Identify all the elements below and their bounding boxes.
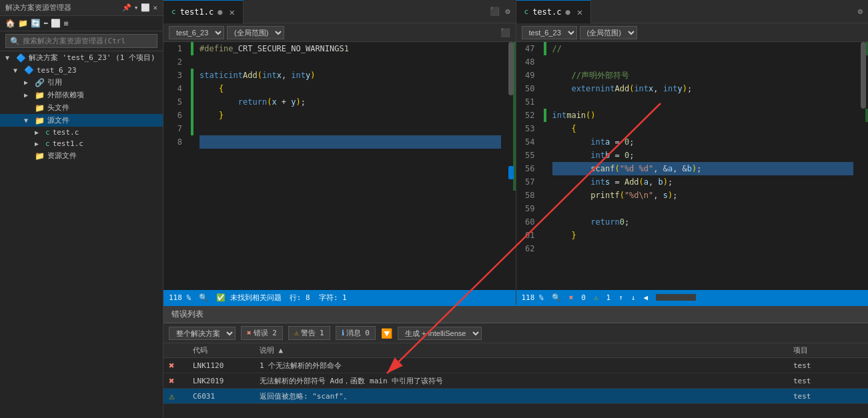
- folder-icon[interactable]: 📁: [18, 19, 28, 28]
- home-icon[interactable]: 🏠: [5, 19, 15, 28]
- sources-arrow: ▼: [24, 117, 32, 124]
- error-table-header: 代码 说明 ▲ 项目: [163, 343, 868, 358]
- editors-area: c test1.c ● ✕ ⬛ ⚙ test_6_23: [163, 0, 868, 418]
- error-badge-errors[interactable]: ✖ 错误 2: [241, 326, 283, 340]
- refresh-icon[interactable]: 🔄: [31, 19, 41, 28]
- project-root[interactable]: ▼ 🔷 test_6_23: [0, 64, 163, 76]
- next-icon[interactable]: ⬜: [51, 19, 61, 28]
- editor2-code-area: 47 48 49 50 51 52 53 54 55 56 57 58: [516, 42, 869, 290]
- editor1-line-col: 行: 8 字符: 1: [290, 293, 347, 303]
- error-row-0[interactable]: ✖ LNK1120 1 个无法解析的外部命令 test: [163, 358, 868, 373]
- error-row-0-icon: ✖: [163, 360, 187, 371]
- editor2-error-icon: ✖: [569, 293, 574, 302]
- editor1-split-btn[interactable]: ⬛: [500, 28, 510, 37]
- error-row-0-proj: test: [788, 361, 868, 370]
- error-panel-title: 错误列表: [163, 306, 868, 323]
- error-badge-info[interactable]: ℹ 消息 0: [336, 326, 376, 340]
- code-line: {: [199, 82, 501, 95]
- editor2-errors: 0: [581, 293, 586, 302]
- error-filter-select[interactable]: 整个解决方案: [169, 327, 236, 340]
- code-line: extern int Add(int x, int y);: [552, 82, 854, 95]
- editor2-left-icon[interactable]: ◀: [643, 293, 648, 302]
- tree-item-ref[interactable]: ▶ 🔗 引用: [0, 76, 163, 89]
- sidebar-close-icon[interactable]: ✕: [153, 3, 157, 12]
- resources-icon: 📁: [35, 151, 45, 161]
- tab-test1c[interactable]: c test1.c ● ✕: [163, 0, 244, 23]
- editor2-scrollbar[interactable]: [859, 42, 868, 290]
- editor2-settings-icon[interactable]: ⚙: [858, 7, 863, 16]
- search-icon: 🔍: [10, 37, 20, 46]
- back-icon[interactable]: ⬅: [43, 19, 48, 28]
- header-proj-label: 项目: [793, 346, 808, 355]
- sidebar-dock-icon[interactable]: ⬜: [141, 3, 150, 12]
- tab-testc-icon: c: [524, 7, 529, 16]
- project-label: test_6_23: [37, 66, 77, 75]
- tree-item-test1c[interactable]: ▶ c test1.c: [0, 138, 163, 149]
- header-proj-col[interactable]: 项目: [788, 345, 868, 355]
- editor2-status: 118 % 🔍 ✖ 0 ⚠ 1 ↑ ↓ ◀: [516, 290, 869, 305]
- headers-label: 头文件: [47, 103, 69, 113]
- search-label[interactable]: 搜索解决方案资源管理器(Ctrl: [23, 36, 125, 46]
- editor1-status-msg: ✅ 未找到相关问题: [216, 293, 282, 303]
- editor2-scope-select[interactable]: test_6_23: [522, 26, 577, 39]
- editor1-line-numbers: 1 2 3 4 5 6 7 8: [163, 42, 190, 290]
- tree-item-headers[interactable]: ▶ 📁 头文件: [0, 101, 163, 114]
- editor2-line-numbers: 47 48 49 50 51 52 53 54 55 56 57 58: [516, 42, 543, 290]
- code-line: [552, 95, 854, 109]
- tab-test1c-label: test1.c: [180, 7, 214, 17]
- code-line: int a = 0;: [552, 135, 854, 149]
- tree-item-resources[interactable]: ▶ 📁 资源文件: [0, 149, 163, 162]
- editors-row: c test1.c ● ✕ ⬛ ⚙ test_6_23: [163, 0, 868, 305]
- tab-test1c-close[interactable]: ✕: [229, 7, 234, 17]
- tree-item-external[interactable]: ▶ 📁 外部依赖项: [0, 89, 163, 101]
- error-badge-warnings[interactable]: ⚠ 警告 1: [288, 326, 330, 340]
- header-code-col[interactable]: 代码: [187, 345, 254, 355]
- editor2-down-icon[interactable]: ↓: [631, 293, 636, 302]
- editor1-scope2-select[interactable]: (全局范围): [227, 26, 284, 39]
- error-row-2[interactable]: ⚠ C6031 返回值被忽略: "scanf"。 test: [163, 389, 868, 404]
- tree-item-testc[interactable]: ▶ c test.c: [0, 127, 163, 138]
- solution-arrow: ▼: [5, 54, 13, 61]
- code-line: int main(): [552, 109, 854, 122]
- editor2-scope2-select[interactable]: (全局范围): [580, 26, 637, 39]
- filter-icon[interactable]: ≡: [63, 19, 68, 28]
- tab-testc-label: test.c: [532, 7, 561, 17]
- error-row-1[interactable]: ✖ LNK2019 无法解析的外部符号 Add，函数 main 中引用了该符号 …: [163, 373, 868, 389]
- error-badge-info-icon: ℹ: [342, 329, 344, 337]
- editor1-settings-icon[interactable]: ⚙: [505, 7, 510, 16]
- error-badge-warn-label: 警告 1: [301, 328, 324, 338]
- sidebar-pin-icon[interactable]: 📌: [122, 3, 131, 12]
- code-line: return (x + y);: [199, 95, 501, 109]
- testc-icon: c: [45, 128, 50, 137]
- gutter-2: [543, 42, 547, 290]
- sidebar-arrow-icon[interactable]: ▾: [134, 3, 139, 12]
- tab-testc[interactable]: c test.c ● ✕: [516, 0, 592, 23]
- build-filter-select[interactable]: 生成 + IntelliSense: [398, 327, 482, 340]
- editor1-code[interactable]: #define _CRT_SECURE_NO_WARNINGS 1 static…: [194, 42, 506, 290]
- editor1-scrollbar[interactable]: [506, 42, 516, 290]
- tab-test1c-icon: c: [171, 7, 176, 16]
- editor1-split-icon[interactable]: ⬛: [490, 7, 500, 16]
- editor1-zoom[interactable]: 118 %: [169, 293, 191, 302]
- solution-root[interactable]: ▼ 🔷 解决方案 'test_6_23' (1 个项目): [0, 51, 163, 64]
- test1c-icon: c: [45, 139, 50, 148]
- code-line: int s = Add(a, b);: [552, 175, 854, 189]
- tab-testc-close[interactable]: ✕: [577, 7, 582, 17]
- editor2-up-icon[interactable]: ↑: [618, 293, 623, 302]
- editor2-code[interactable]: // //声明外部符号 extern int Add(int x, int y)…: [547, 42, 859, 290]
- editor1-scope-select[interactable]: test_6_23: [169, 26, 224, 39]
- error-badge-err-icon: ✖: [247, 329, 252, 337]
- editor2-zoom[interactable]: 118 %: [522, 293, 544, 302]
- error-row-0-desc: 1 个无法解析的外部命令: [254, 361, 788, 371]
- code-line: //: [552, 42, 854, 55]
- error-filter-icon[interactable]: 🔽: [381, 328, 392, 339]
- editor-pane-1: c test1.c ● ✕ ⬛ ⚙ test_6_23: [163, 0, 516, 305]
- code-line: return 0;: [552, 215, 854, 229]
- editor2-search-icon: 🔍: [552, 293, 561, 302]
- header-desc-col[interactable]: 说明 ▲: [254, 345, 788, 355]
- sidebar-toolbar: 🏠 📁 🔄 ⬅ ⬜ ≡: [0, 16, 163, 31]
- tree-item-sources[interactable]: ▼ 📁 源文件: [0, 114, 163, 127]
- code-line: [552, 242, 854, 255]
- editor2-warning-icon: ⚠: [594, 293, 598, 302]
- warning-icon-2: ⚠: [169, 391, 174, 401]
